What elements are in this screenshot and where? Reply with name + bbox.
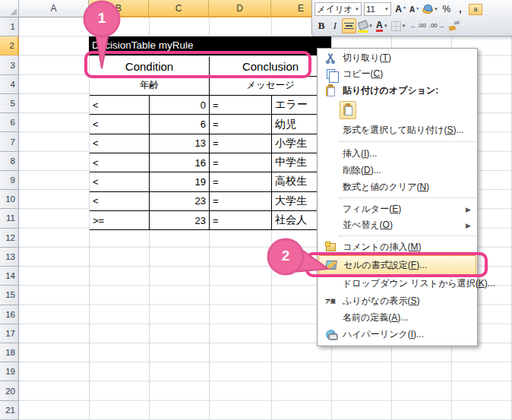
menu-item-copy[interactable]: コピー(C) [318,66,477,82]
cell-op-0[interactable]: < [90,96,150,115]
fill-color-button[interactable]: ▼ [356,18,375,33]
decrease-decimal-button[interactable]: .00→ [428,18,447,33]
cell-value-2[interactable]: 13 [150,134,210,153]
row-header-6[interactable]: 6 [0,113,19,132]
column-header-a[interactable]: A [19,0,89,17]
cell-eq-1[interactable]: = [210,115,272,134]
row-header-7[interactable]: 7 [0,132,19,151]
menu-separator [339,235,476,236]
comma-style-button[interactable]: , [454,2,467,17]
center-align-button[interactable] [342,18,356,33]
merge-center-button[interactable]: a [467,2,484,17]
menu-item-sort[interactable]: 並べ替え(O) ▶ [318,217,477,233]
cell-eq-0[interactable]: = [210,96,272,115]
increase-decimal-button[interactable]: ←.00 [408,18,428,33]
cell-eq-3[interactable]: = [210,153,272,172]
context-menu: 切り取り(T) コピー(C) 貼り付けのオプション: 形式を選択して貼り付け(S… [317,48,478,346]
submenu-arrow-icon: ▶ [466,222,471,229]
scissors-icon [321,52,340,65]
row-header-10[interactable]: 10 [0,190,19,209]
bold-button[interactable]: B [314,18,328,33]
row-header-3[interactable]: 3 [0,55,19,74]
merge-center-icon: a [469,4,482,15]
currency-format-button[interactable]: ▼ [421,2,440,17]
menu-item-pick-from-list[interactable]: ドロップダウン リストから選択(K)... [318,275,477,292]
increase-font-button[interactable]: A [393,2,407,17]
italic-button[interactable]: I [328,18,342,33]
menu-item-define-name[interactable]: 名前の定義(A)... [318,309,477,326]
annotation-step-2: 2 [278,248,293,264]
menu-row-paste-gallery [318,99,477,121]
row-header-8[interactable]: 8 [0,152,19,171]
format-painter-icon [449,21,460,30]
menu-item-cut[interactable]: 切り取り(T) [318,50,477,66]
menu-item-delete[interactable]: 削除(D)... [318,162,477,178]
font-color-button[interactable]: A▼ [375,18,390,33]
cell-eq-4[interactable]: = [210,172,272,191]
format-painter-button[interactable] [447,18,461,33]
cell-value-4[interactable]: 19 [150,172,210,191]
row-header-15[interactable]: 15 [0,286,19,305]
row-header-12[interactable]: 12 [0,229,19,248]
menu-item-paste-special[interactable]: 形式を選択して貼り付け(S)... [318,121,477,139]
menu-item-insert[interactable]: 挿入(I)... [318,145,477,162]
row-header-21[interactable]: 21 [0,401,19,420]
menu-item-show-furigana[interactable]: ア亜 ふりがなの表示(S) [318,292,477,309]
furigana-icon: ア亜 [321,295,340,307]
row-header-9[interactable]: 9 [0,171,19,190]
cell-value-3[interactable]: 16 [150,153,210,172]
mini-toolbar: メイリオ ▼ 11 ▼ A A ▼ % , a B I ▼ A▼ ▼ ←.00 … [311,0,512,36]
cell-eq-6[interactable]: = [210,211,272,230]
menu-item-filter[interactable]: フィルター(E) ▶ [318,201,477,217]
row-header-18[interactable]: 18 [0,343,19,362]
coins-icon [422,5,433,14]
row-header-17[interactable]: 17 [0,324,19,343]
row-headers: 1 2 3 4 5 6 7 8 9 10 11 12 13 14 15 16 1… [0,17,19,420]
cell-value-0[interactable]: 0 [150,96,210,115]
fill-color-icon [358,21,368,31]
hyperlink-icon [321,328,340,340]
percent-style-button[interactable]: % [440,2,454,17]
column-header-d[interactable]: D [209,0,271,17]
cell-op-2[interactable]: < [90,134,150,153]
cell-eq-5[interactable]: = [210,192,272,211]
cell-op-3[interactable]: < [90,153,150,172]
row-header-16[interactable]: 16 [0,305,19,324]
row-header-19[interactable]: 19 [0,362,19,381]
row-header-4[interactable]: 4 [0,75,19,94]
chevron-down-icon: ▼ [355,7,359,11]
cell-value-5[interactable]: 23 [150,192,210,211]
row-header-13[interactable]: 13 [0,248,19,267]
cell-value-1[interactable]: 6 [150,115,210,134]
paste-option-icon [343,105,352,115]
borders-button[interactable]: ▼ [390,18,408,33]
cell-condition-sub[interactable]: 年齢 [90,77,210,96]
row-header-14[interactable]: 14 [0,267,19,286]
row-header-5[interactable]: 5 [0,94,19,113]
font-size-combo[interactable]: 11 ▼ [364,2,391,16]
cell-conclusion-sub[interactable]: メッセージ [210,77,332,96]
paste-icon [321,85,340,97]
chevron-down-icon: ▼ [384,7,389,11]
row-header-20[interactable]: 20 [0,381,19,400]
row-header-2[interactable]: 2 [0,36,19,55]
menu-item-clear-contents[interactable]: 数式と値のクリア(N) [318,178,477,195]
cell-op-6[interactable]: >= [90,211,150,230]
cell-op-4[interactable]: < [90,172,150,191]
row-header-11[interactable]: 11 [0,209,19,228]
menu-item-hyperlink[interactable]: ハイパーリンク(I)... [318,326,477,343]
row-header-1[interactable]: 1 [0,17,19,36]
select-all-corner[interactable] [0,0,19,17]
paste-option-button[interactable] [340,101,356,119]
menu-item-paste-options: 貼り付けのオプション: [318,82,477,99]
decrease-font-button[interactable]: A [407,2,421,17]
font-name-combo[interactable]: メイリオ ▼ [314,2,362,16]
cell-eq-2[interactable]: = [210,134,272,153]
menu-separator [339,197,476,198]
column-header-c[interactable]: C [149,0,209,17]
copy-icon [321,68,340,81]
cell-value-6[interactable]: 23 [150,211,210,230]
cell-op-5[interactable]: < [90,192,150,211]
borders-icon [391,21,401,31]
cell-op-1[interactable]: < [90,115,150,134]
